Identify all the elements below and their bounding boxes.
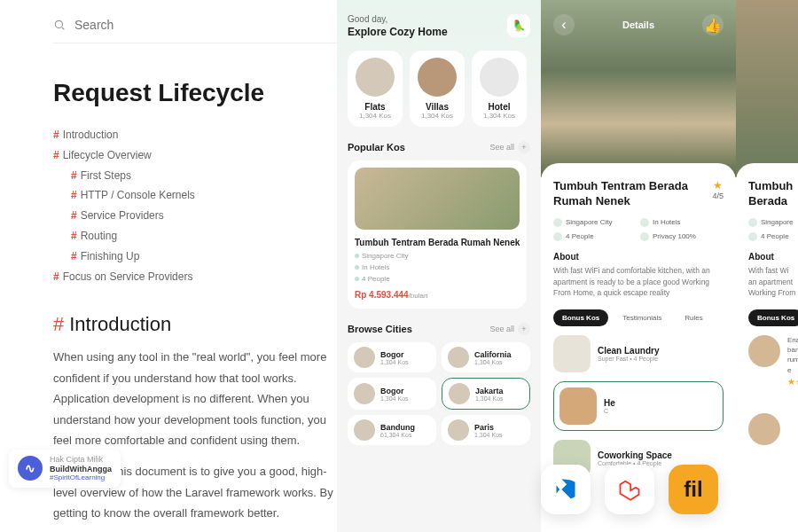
city-card[interactable]: California1,304 Kos [442,342,530,372]
section-title: Popular Kos [348,142,405,153]
category-image [356,58,395,97]
svg-line-1 [62,27,64,29]
kos-image [355,168,520,230]
people-icon [553,232,562,241]
amenity-image [559,387,597,425]
info-people: 4 People [553,232,637,241]
avatar-image [748,413,780,445]
about-heading: About [748,252,798,262]
toc-link[interactable]: #Service Providers [53,206,337,226]
info-location: Singapore City [553,218,637,227]
rating-badge: ★4/5 [712,179,724,200]
toc-link[interactable]: #Routing [53,226,337,246]
table-of-contents: #Introduction #Lifecycle Overview #First… [53,125,337,286]
tab-testimonials[interactable]: Testimonials [614,309,670,326]
headline-text: Explore Cozy Home [348,26,448,38]
see-all-link[interactable]: See all+ [489,323,530,335]
svg-point-0 [55,20,62,27]
category-card[interactable]: Villas1,304 Kos [410,51,465,127]
category-card[interactable]: Hotel1,304 Kos [472,51,527,127]
tab-bonus[interactable]: Bonus Kos [553,309,608,326]
section-heading: #Introduction [53,313,337,336]
about-text: With fast WiFi and comfortable kitchen, … [553,265,724,299]
city-card[interactable]: Bogor1,304 Kos [348,342,436,372]
building-icon [640,218,649,227]
tab-bonus[interactable]: Bonus Kos [748,309,798,326]
category-row: Flats1,304 Kos Villas1,304 Kos Hotel1,30… [348,51,530,127]
amenity-item[interactable]: Clean LaundrySuper Fast • 4 People [553,335,724,372]
about-heading: About [553,252,724,262]
hero-image: ‹ Details 👍 [541,0,736,177]
detail-panel: ‹ Details 👍 Tumbuh Tentram Berada Rumah … [541,0,736,532]
hero-image [736,0,798,177]
toc-link[interactable]: #Finishing Up [53,246,337,267]
filament-icon: fil [669,465,718,514]
info-hotel: In Hotels [640,218,724,227]
laravel-icon [605,465,654,514]
plus-icon: + [518,323,530,335]
shield-icon [640,232,649,241]
app-home-panel: Good day, Explore Cozy Home 🦜 Flats1,304… [337,0,541,532]
detail-panel-secondary: Tumbuh Berada Singapore 4 People About W… [736,0,798,532]
tab-rules[interactable]: Rules [676,309,711,326]
search-input[interactable] [74,18,337,32]
category-image [418,58,457,97]
info-location: Singapore [748,218,798,227]
plus-icon: + [518,141,530,153]
star-icon: ★ [712,179,724,192]
page-title: Request Lifecycle [53,79,337,107]
city-card[interactable]: Jakarta1,304 Kos [442,378,530,410]
section-title: Browse Cities [348,324,412,334]
vscode-icon [541,465,591,514]
avatar-image [748,335,780,367]
testimonial-item: Enak banget rumah e ★★★ [748,335,798,387]
amenity-item[interactable]: HeC [553,381,724,431]
city-card[interactable]: Paris1,304 Kos [442,415,530,445]
city-card[interactable]: Bandung61,304 Kos [348,415,436,445]
tab-contact[interactable]: Conta [717,309,724,326]
copyright-badge: ∿ Hak Cipta Milik BuildWithAngga #Spirit… [9,450,121,488]
kos-card[interactable]: Tumbuh Tentram Berada Rumah Nenek Singap… [348,160,527,309]
topbar-title: Details [622,20,654,30]
amenity-image [553,335,591,372]
back-button[interactable]: ‹ [553,14,575,35]
about-text: With fast Wi an apartment Working From [748,265,798,299]
category-card[interactable]: Flats1,304 Kos [348,51,403,127]
like-button[interactable]: 👍 [702,14,724,35]
see-all-link[interactable]: See all+ [489,141,530,153]
property-title: Tumbuh Berada [748,179,798,209]
greeting-text: Good day, [348,14,448,24]
toc-link[interactable]: #Lifecycle Overview [53,145,337,166]
toc-link[interactable]: #HTTP / Console Kernels [53,185,337,206]
body-paragraph: When using any tool in the "real world",… [53,347,337,450]
search-bar[interactable] [53,18,337,43]
star-rating: ★★★ [787,377,798,387]
info-people: 4 People [748,232,798,241]
toc-link[interactable]: #First Steps [53,166,337,186]
pin-icon [553,218,562,227]
toc-link[interactable]: #Focus on Service Providers [53,267,337,287]
toc-link[interactable]: #Introduction [53,125,337,145]
testimonial-item [748,413,798,445]
tech-icons-overlay: fil [541,465,718,514]
search-icon [53,19,66,31]
property-title: Tumbuh Tentram Berada Rumah Nenek [553,179,712,209]
city-card[interactable]: Bogor1,304 Kos [348,378,436,410]
category-image [480,58,519,97]
profile-avatar[interactable]: 🦜 [507,14,530,37]
info-privacy: Privacy 100% [640,232,724,241]
bwa-logo-icon: ∿ [18,456,43,481]
